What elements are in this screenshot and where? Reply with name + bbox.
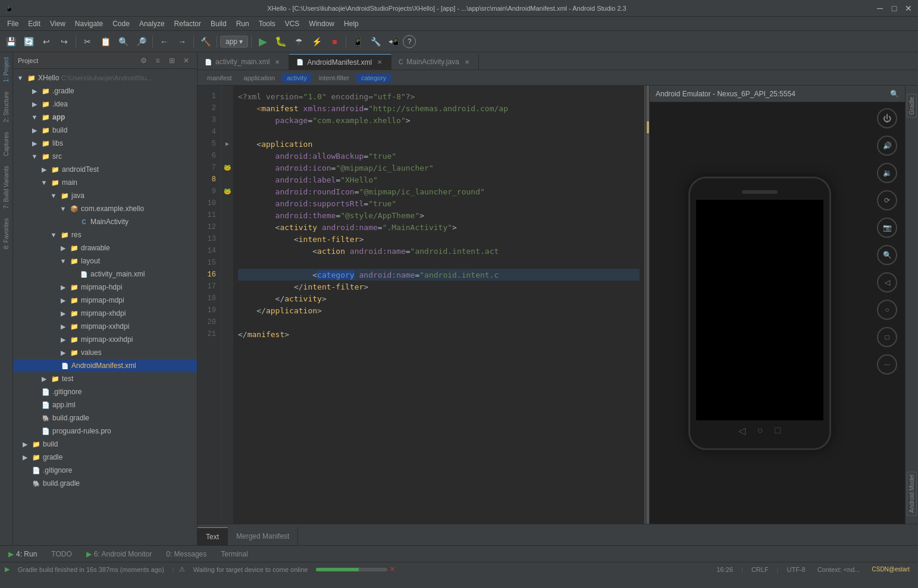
toolbar-fwd-btn[interactable]: → bbox=[174, 33, 190, 50]
tree-item[interactable]: ▼ 📁 main bbox=[13, 176, 197, 189]
sidebar-build-variants-label[interactable]: 7: Build Variants bbox=[1, 161, 12, 213]
run-button[interactable]: ▶ bbox=[255, 33, 271, 50]
screenshot-btn[interactable]: 📷 bbox=[877, 218, 897, 238]
toolbar-copy-btn[interactable]: 📋 bbox=[97, 33, 114, 50]
tree-item[interactable]: 📄 proguard-rules.pro bbox=[13, 425, 197, 438]
tree-item[interactable]: ▶ 📁 .idea bbox=[13, 98, 197, 111]
breadcrumb-intent-filter[interactable]: intent-filter bbox=[314, 73, 354, 83]
toolbar-save-btn[interactable]: 💾 bbox=[2, 33, 19, 50]
toolbar-redo-btn[interactable]: ↪ bbox=[56, 33, 73, 50]
menu-tools[interactable]: Tools bbox=[254, 18, 280, 29]
menu-view[interactable]: View bbox=[45, 18, 70, 29]
phone-back-btn[interactable]: ◁ bbox=[738, 425, 745, 436]
toolbar-search-btn[interactable]: 🔍 bbox=[115, 33, 131, 50]
gradle-tab-icon[interactable]: Gradle bbox=[907, 94, 917, 118]
tree-item[interactable]: ▶ 📁 gradle bbox=[13, 451, 197, 464]
device-btn[interactable]: 📲 bbox=[385, 33, 402, 50]
toolbar-back-btn[interactable]: ← bbox=[156, 33, 173, 50]
menu-code[interactable]: Code bbox=[108, 18, 134, 29]
debug-button[interactable]: 🐛 bbox=[272, 33, 289, 50]
back-btn[interactable]: ◁ bbox=[877, 272, 897, 293]
toolbar-undo-btn[interactable]: ↩ bbox=[38, 33, 55, 50]
tree-item[interactable]: ▶ 📁 mipmap-xxhdpi bbox=[13, 320, 197, 333]
sidebar-project-label[interactable]: 1: Project bbox=[1, 52, 12, 87]
breadcrumb-application[interactable]: application bbox=[239, 73, 280, 83]
breadcrumb-activity[interactable]: activity bbox=[282, 73, 312, 83]
tree-item[interactable]: ▶ 📁 mipmap-xxxhdpi bbox=[13, 333, 197, 346]
terminal-tool-btn[interactable]: Terminal bbox=[215, 549, 253, 559]
menu-vcs[interactable]: VCS bbox=[280, 18, 305, 29]
menu-analyze[interactable]: Analyze bbox=[134, 18, 170, 29]
coverage-btn[interactable]: ☂ bbox=[290, 33, 307, 50]
tree-item[interactable]: ▶ 📁 androidTest bbox=[13, 163, 197, 176]
breadcrumb-category[interactable]: category bbox=[356, 73, 391, 83]
phone-home-btn[interactable]: ○ bbox=[757, 425, 763, 436]
volume-up-btn[interactable]: 🔊 bbox=[877, 136, 897, 156]
progress-cancel-icon[interactable]: ✕ bbox=[390, 565, 395, 573]
tree-item[interactable]: 🐘 build.gradle bbox=[13, 477, 197, 490]
menu-navigate[interactable]: Navigate bbox=[70, 18, 108, 29]
tree-item[interactable]: ▶ 📁 mipmap-hdpi bbox=[13, 281, 197, 294]
menu-file[interactable]: File bbox=[2, 18, 23, 29]
run-tool-btn[interactable]: ▶ 4: Run bbox=[2, 549, 43, 559]
tree-item[interactable]: ▶ 📁 build bbox=[13, 438, 197, 451]
menu-edit[interactable]: Edit bbox=[23, 18, 45, 29]
minimize-btn[interactable]: ─ bbox=[875, 4, 885, 13]
tree-item[interactable]: C MainActivity bbox=[13, 215, 197, 228]
sidebar-favorites-label[interactable]: 8: Favorites bbox=[1, 213, 12, 254]
panel-close-icon[interactable]: ✕ bbox=[180, 55, 192, 67]
tab-close-icon[interactable]: ✕ bbox=[273, 58, 281, 66]
tree-item[interactable]: ▶ 📁 mipmap-xhdpi bbox=[13, 307, 197, 320]
panel-settings-icon[interactable]: ⚙ bbox=[137, 55, 149, 67]
breadcrumb-manifest[interactable]: manifest bbox=[202, 73, 237, 83]
tree-item[interactable]: 🐘 build.gradle bbox=[13, 411, 197, 425]
emulator-search-icon[interactable]: 🔍 bbox=[890, 90, 899, 98]
tree-item[interactable]: ▼ 📁 layout bbox=[13, 254, 197, 268]
maximize-btn[interactable]: □ bbox=[889, 4, 899, 13]
phone-recent-btn[interactable]: □ bbox=[775, 425, 781, 436]
tree-item[interactable]: ▶ 📁 drawable bbox=[13, 241, 197, 254]
tab-close-icon[interactable]: ✕ bbox=[463, 58, 471, 66]
sdk-btn[interactable]: 🔧 bbox=[367, 33, 384, 50]
profile-btn[interactable]: ⚡ bbox=[308, 33, 325, 50]
tree-item[interactable]: ▶ 📁 values bbox=[13, 346, 197, 359]
help-btn[interactable]: ? bbox=[403, 35, 416, 48]
tree-item[interactable]: 📄 .gitignore bbox=[13, 464, 197, 477]
toolbar-build-btn[interactable]: 🔨 bbox=[197, 33, 214, 50]
tab-close-icon[interactable]: ✕ bbox=[375, 58, 384, 67]
tree-item[interactable]: ▶ 📁 .gradle bbox=[13, 84, 197, 98]
toolbar-search2-btn[interactable]: 🔎 bbox=[133, 33, 149, 50]
tab-android-manifest[interactable]: 📄 AndroidManifest.xml ✕ bbox=[289, 54, 391, 70]
home-btn[interactable]: ○ bbox=[877, 300, 897, 320]
tree-item[interactable]: ▶ 📁 test bbox=[13, 372, 197, 385]
tree-item[interactable]: ▼ 📁 java bbox=[13, 189, 197, 202]
tree-item[interactable]: ▶ 📁 libs bbox=[13, 137, 197, 150]
square-btn[interactable]: □ bbox=[877, 327, 897, 347]
volume-down-btn[interactable]: 🔉 bbox=[877, 163, 897, 183]
power-btn[interactable]: ⏻ bbox=[877, 108, 897, 128]
menu-run[interactable]: Run bbox=[231, 18, 254, 29]
android-monitor-tool-btn[interactable]: ▶ 6: Android Monitor bbox=[80, 549, 158, 559]
code-content[interactable]: <?xml version="1.0" encoding="utf-8"?> <… bbox=[233, 86, 644, 524]
rotate-btn[interactable]: ⟳ bbox=[877, 190, 897, 210]
messages-tool-btn[interactable]: 0: Messages bbox=[160, 549, 212, 559]
tab-activity-main[interactable]: 📄 activity_main.xml ✕ bbox=[198, 54, 289, 70]
tab-text[interactable]: Text bbox=[198, 527, 228, 545]
zoom-btn[interactable]: 🔍 bbox=[877, 245, 897, 265]
tree-item[interactable]: ▼ 📁 XHello C:\Users\liuhaojie\AndroidStu… bbox=[13, 71, 197, 84]
tree-item[interactable]: ▼ 📦 com.example.xhello bbox=[13, 202, 197, 215]
sidebar-captures-label[interactable]: Captures bbox=[1, 127, 12, 161]
todo-tool-btn[interactable]: TODO bbox=[45, 549, 77, 559]
code-editor[interactable]: 1 2 3 4 5 6 7 8 9 10 11 12 13 14 15 16 1 bbox=[198, 86, 649, 524]
sidebar-structure-label[interactable]: 2: Structure bbox=[1, 87, 12, 127]
tree-item-manifest[interactable]: 📄 AndroidManifest.xml bbox=[13, 359, 197, 372]
tree-item[interactable]: ▶ 📁 mipmap-mdpi bbox=[13, 294, 197, 307]
tree-item[interactable]: 📄 activity_main.xml bbox=[13, 268, 197, 281]
android-model-tab-icon[interactable]: Android Model bbox=[907, 471, 917, 515]
menu-help[interactable]: Help bbox=[339, 18, 364, 29]
toolbar-sync-btn[interactable]: 🔄 bbox=[20, 33, 37, 50]
panel-sort-icon[interactable]: ≡ bbox=[152, 55, 164, 67]
avd-btn[interactable]: 📱 bbox=[349, 33, 366, 50]
stop-btn[interactable]: ■ bbox=[326, 33, 343, 50]
tree-item[interactable]: ▼ 📁 src bbox=[13, 150, 197, 163]
